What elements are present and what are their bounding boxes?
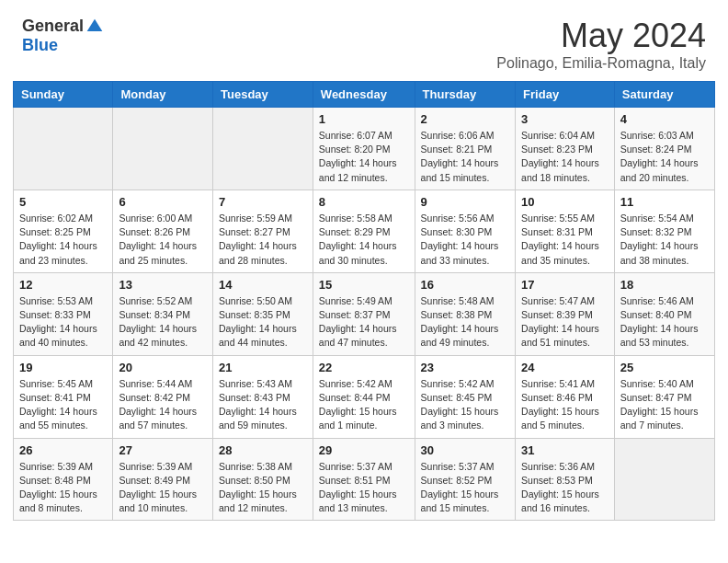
day-number: 9 — [421, 195, 509, 209]
day-info: Sunrise: 5:58 AM Sunset: 8:29 PM Dayligh… — [319, 212, 409, 268]
day-cell: 19Sunrise: 5:45 AM Sunset: 8:41 PM Dayli… — [14, 355, 113, 438]
weekday-header-saturday: Saturday — [614, 82, 714, 108]
day-info: Sunrise: 6:00 AM Sunset: 8:26 PM Dayligh… — [119, 212, 207, 268]
day-info: Sunrise: 5:47 AM Sunset: 8:39 PM Dayligh… — [521, 294, 609, 350]
day-number: 23 — [421, 361, 509, 374]
day-info: Sunrise: 5:42 AM Sunset: 8:45 PM Dayligh… — [421, 377, 509, 433]
day-info: Sunrise: 5:53 AM Sunset: 8:33 PM Dayligh… — [19, 294, 107, 350]
day-info: Sunrise: 5:37 AM Sunset: 8:52 PM Dayligh… — [421, 460, 509, 516]
day-number: 3 — [521, 112, 609, 126]
day-info: Sunrise: 6:06 AM Sunset: 8:21 PM Dayligh… — [421, 129, 509, 185]
day-number: 24 — [521, 361, 609, 374]
day-cell: 15Sunrise: 5:49 AM Sunset: 8:37 PM Dayli… — [313, 272, 415, 355]
day-info: Sunrise: 5:50 AM Sunset: 8:35 PM Dayligh… — [219, 294, 307, 350]
week-row-2: 5Sunrise: 6:02 AM Sunset: 8:25 PM Daylig… — [14, 190, 715, 272]
day-info: Sunrise: 5:40 AM Sunset: 8:47 PM Dayligh… — [620, 377, 709, 433]
day-cell: 1Sunrise: 6:07 AM Sunset: 8:20 PM Daylig… — [313, 108, 415, 190]
calendar-header: SundayMondayTuesdayWednesdayThursdayFrid… — [14, 82, 715, 108]
week-row-1: 1Sunrise: 6:07 AM Sunset: 8:20 PM Daylig… — [14, 108, 715, 190]
day-number: 11 — [620, 195, 709, 209]
day-info: Sunrise: 5:49 AM Sunset: 8:37 PM Dayligh… — [319, 294, 409, 350]
day-info: Sunrise: 5:59 AM Sunset: 8:27 PM Dayligh… — [219, 212, 307, 268]
day-cell: 16Sunrise: 5:48 AM Sunset: 8:38 PM Dayli… — [415, 272, 515, 355]
logo-blue-text: Blue — [22, 36, 58, 55]
page-header: General Blue May 2024 Polinago, Emilia-R… — [0, 0, 728, 81]
day-cell: 26Sunrise: 5:39 AM Sunset: 8:48 PM Dayli… — [14, 438, 113, 521]
day-cell — [213, 108, 313, 190]
day-number: 12 — [19, 278, 107, 292]
day-info: Sunrise: 6:02 AM Sunset: 8:25 PM Dayligh… — [19, 212, 107, 268]
day-number: 6 — [119, 195, 207, 209]
day-number: 21 — [219, 361, 307, 374]
logo-general-text: General — [22, 17, 84, 36]
day-info: Sunrise: 5:55 AM Sunset: 8:31 PM Dayligh… — [521, 212, 609, 268]
day-number: 13 — [119, 278, 207, 292]
day-cell: 22Sunrise: 5:42 AM Sunset: 8:44 PM Dayli… — [313, 355, 415, 438]
location-text: Polinago, Emilia-Romagna, Italy — [496, 55, 706, 72]
day-cell: 7Sunrise: 5:59 AM Sunset: 8:27 PM Daylig… — [213, 190, 313, 272]
day-cell: 27Sunrise: 5:39 AM Sunset: 8:49 PM Dayli… — [113, 438, 213, 521]
day-cell: 10Sunrise: 5:55 AM Sunset: 8:31 PM Dayli… — [516, 190, 615, 272]
title-area: May 2024 Polinago, Emilia-Romagna, Italy — [496, 17, 706, 72]
day-cell: 21Sunrise: 5:43 AM Sunset: 8:43 PM Dayli… — [213, 355, 313, 438]
day-info: Sunrise: 6:03 AM Sunset: 8:24 PM Dayligh… — [620, 129, 709, 185]
week-row-5: 26Sunrise: 5:39 AM Sunset: 8:48 PM Dayli… — [14, 438, 715, 521]
logo-icon — [85, 17, 104, 36]
day-cell: 11Sunrise: 5:54 AM Sunset: 8:32 PM Dayli… — [614, 190, 714, 272]
day-info: Sunrise: 5:44 AM Sunset: 8:42 PM Dayligh… — [119, 377, 207, 433]
day-info: Sunrise: 6:07 AM Sunset: 8:20 PM Dayligh… — [319, 129, 409, 185]
day-cell — [614, 438, 714, 521]
month-title: May 2024 — [496, 17, 706, 55]
day-number: 8 — [319, 195, 409, 209]
weekday-header-friday: Friday — [516, 82, 615, 108]
day-info: Sunrise: 5:37 AM Sunset: 8:51 PM Dayligh… — [319, 460, 409, 516]
day-info: Sunrise: 6:04 AM Sunset: 8:23 PM Dayligh… — [521, 129, 609, 185]
svg-marker-0 — [87, 18, 103, 30]
day-info: Sunrise: 5:54 AM Sunset: 8:32 PM Dayligh… — [620, 212, 709, 268]
day-number: 19 — [19, 361, 107, 374]
day-cell: 28Sunrise: 5:38 AM Sunset: 8:50 PM Dayli… — [213, 438, 313, 521]
weekday-row: SundayMondayTuesdayWednesdayThursdayFrid… — [14, 82, 715, 108]
day-cell: 9Sunrise: 5:56 AM Sunset: 8:30 PM Daylig… — [415, 190, 515, 272]
day-info: Sunrise: 5:46 AM Sunset: 8:40 PM Dayligh… — [620, 294, 709, 350]
day-info: Sunrise: 5:41 AM Sunset: 8:46 PM Dayligh… — [521, 377, 609, 433]
day-cell: 29Sunrise: 5:37 AM Sunset: 8:51 PM Dayli… — [313, 438, 415, 521]
day-number: 16 — [421, 278, 509, 292]
day-number: 7 — [219, 195, 307, 209]
day-cell: 20Sunrise: 5:44 AM Sunset: 8:42 PM Dayli… — [113, 355, 213, 438]
day-cell: 14Sunrise: 5:50 AM Sunset: 8:35 PM Dayli… — [213, 272, 313, 355]
weekday-header-thursday: Thursday — [415, 82, 515, 108]
day-info: Sunrise: 5:39 AM Sunset: 8:49 PM Dayligh… — [119, 460, 207, 516]
day-info: Sunrise: 5:56 AM Sunset: 8:30 PM Dayligh… — [421, 212, 509, 268]
day-info: Sunrise: 5:45 AM Sunset: 8:41 PM Dayligh… — [19, 377, 107, 433]
day-number: 18 — [620, 278, 709, 292]
day-number: 22 — [319, 361, 409, 374]
day-cell: 5Sunrise: 6:02 AM Sunset: 8:25 PM Daylig… — [14, 190, 113, 272]
calendar-wrapper: SundayMondayTuesdayWednesdayThursdayFrid… — [0, 81, 728, 534]
day-cell: 17Sunrise: 5:47 AM Sunset: 8:39 PM Dayli… — [516, 272, 615, 355]
day-number: 29 — [319, 443, 409, 457]
day-cell: 30Sunrise: 5:37 AM Sunset: 8:52 PM Dayli… — [415, 438, 515, 521]
logo: General Blue — [22, 17, 104, 55]
day-number: 4 — [620, 112, 709, 126]
calendar-table: SundayMondayTuesdayWednesdayThursdayFrid… — [13, 81, 715, 521]
day-cell: 4Sunrise: 6:03 AM Sunset: 8:24 PM Daylig… — [614, 108, 714, 190]
day-cell: 25Sunrise: 5:40 AM Sunset: 8:47 PM Dayli… — [614, 355, 714, 438]
weekday-header-tuesday: Tuesday — [213, 82, 313, 108]
weekday-header-wednesday: Wednesday — [313, 82, 415, 108]
day-cell: 8Sunrise: 5:58 AM Sunset: 8:29 PM Daylig… — [313, 190, 415, 272]
weekday-header-monday: Monday — [113, 82, 213, 108]
day-number: 17 — [521, 278, 609, 292]
day-info: Sunrise: 5:48 AM Sunset: 8:38 PM Dayligh… — [421, 294, 509, 350]
calendar-body: 1Sunrise: 6:07 AM Sunset: 8:20 PM Daylig… — [14, 108, 715, 521]
day-number: 5 — [19, 195, 107, 209]
day-info: Sunrise: 5:52 AM Sunset: 8:34 PM Dayligh… — [119, 294, 207, 350]
day-cell: 18Sunrise: 5:46 AM Sunset: 8:40 PM Dayli… — [614, 272, 714, 355]
day-number: 1 — [319, 112, 409, 126]
weekday-header-sunday: Sunday — [14, 82, 113, 108]
day-number: 30 — [421, 443, 509, 457]
day-info: Sunrise: 5:39 AM Sunset: 8:48 PM Dayligh… — [19, 460, 107, 516]
day-number: 31 — [521, 443, 609, 457]
day-cell: 24Sunrise: 5:41 AM Sunset: 8:46 PM Dayli… — [516, 355, 615, 438]
day-number: 15 — [319, 278, 409, 292]
